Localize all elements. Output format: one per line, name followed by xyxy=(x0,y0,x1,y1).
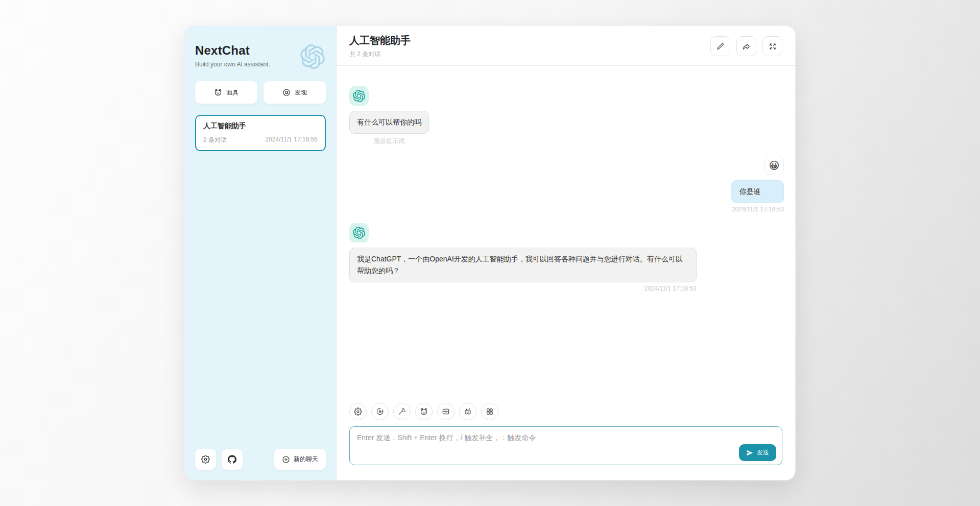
sidebar: NextChat Build your own AI assistant. 面具… xyxy=(185,26,337,480)
message-bubble[interactable]: 你是谁 xyxy=(731,180,784,203)
message-list[interactable]: 有什么可以帮你的吗 预设提示词 😀 你是谁 2024/11/1 17:18:53… xyxy=(337,66,795,396)
assistant-avatar xyxy=(349,86,369,106)
preset-prompt-hint: 预设提示词 xyxy=(349,137,429,146)
assistant-message: 有什么可以帮你的吗 预设提示词 xyxy=(349,86,784,146)
chat-header: 人工智能助手 共 2 条对话 xyxy=(337,26,795,66)
share-button[interactable] xyxy=(736,36,756,56)
assistant-message: 我是ChatGPT，一个由OpenAI开发的人工智能助手，我可以回答各种问题并与… xyxy=(349,223,784,292)
discover-icon xyxy=(282,88,291,97)
settings-gear-icon xyxy=(354,407,362,416)
rename-button[interactable] xyxy=(710,36,730,56)
clear-context-icon xyxy=(442,407,450,416)
plugin-grid-icon xyxy=(486,407,494,416)
sidebar-header: NextChat Build your own AI assistant. xyxy=(195,43,326,68)
github-icon xyxy=(228,455,236,464)
chat-subtitle: 共 2 条对话 xyxy=(349,50,411,59)
chat-input-panel: 发送 xyxy=(337,396,795,480)
assistant-avatar xyxy=(349,223,369,243)
discover-button-label: 发现 xyxy=(295,88,307,97)
clear-context-button[interactable] xyxy=(437,403,455,420)
message-timestamp: 2024/11/1 17:18:53 xyxy=(644,285,697,292)
message-bubble[interactable]: 有什么可以帮你的吗 xyxy=(349,111,429,134)
sidebar-actions: 面具 发现 xyxy=(195,81,326,104)
chat-settings-button[interactable] xyxy=(349,403,367,420)
input-area: 发送 xyxy=(349,426,782,467)
share-arrow-icon xyxy=(743,42,751,51)
settings-button[interactable] xyxy=(195,449,216,470)
masks-button-label: 面具 xyxy=(226,88,238,97)
settings-gear-icon xyxy=(201,455,210,464)
user-message: 😀 你是谁 2024/11/1 17:18:53 xyxy=(349,156,784,213)
fullscreen-icon xyxy=(769,42,777,51)
message-input[interactable] xyxy=(349,426,782,465)
mask-icon xyxy=(214,88,222,97)
new-chat-button[interactable]: 新的聊天 xyxy=(274,449,326,470)
mask-icon xyxy=(420,407,428,416)
nextchat-window: NextChat Build your own AI assistant. 面具… xyxy=(184,26,796,480)
prompts-button[interactable] xyxy=(393,403,411,420)
openai-logo-icon xyxy=(353,227,365,239)
chat-title: 人工智能助手 xyxy=(349,34,411,47)
message-timestamp: 2024/11/1 17:18:53 xyxy=(731,206,784,213)
new-chat-label: 新的聊天 xyxy=(294,455,318,464)
mask-toolbar-button[interactable] xyxy=(415,403,433,420)
user-avatar: 😀 xyxy=(764,156,784,175)
pencil-icon xyxy=(716,42,725,51)
shortcuts-button[interactable] xyxy=(481,403,498,420)
send-button-label: 发送 xyxy=(757,448,769,457)
prompt-wand-icon xyxy=(398,407,406,416)
chat-header-actions xyxy=(710,36,782,56)
send-button[interactable]: 发送 xyxy=(739,444,776,461)
masks-button[interactable]: 面具 xyxy=(195,81,257,104)
auto-theme-icon xyxy=(376,407,384,416)
model-select-button[interactable] xyxy=(459,403,476,420)
chat-item-title: 人工智能助手 xyxy=(203,122,318,131)
sidebar-footer: 新的聊天 xyxy=(195,449,326,470)
github-button[interactable] xyxy=(222,449,243,470)
send-plane-icon xyxy=(746,449,753,456)
message-bubble[interactable]: 我是ChatGPT，一个由OpenAI开发的人工智能助手，我可以回答各种问题并与… xyxy=(349,248,697,282)
robot-model-icon xyxy=(464,407,472,416)
chat-list: 人工智能助手 2 条对话 2024/11/1 17:18:55 xyxy=(195,115,326,151)
chat-item-time: 2024/11/1 17:18:55 xyxy=(265,136,318,144)
chat-toolbar xyxy=(349,403,782,420)
chat-list-item[interactable]: 人工智能助手 2 条对话 2024/11/1 17:18:55 xyxy=(195,115,326,151)
chat-panel: 人工智能助手 共 2 条对话 xyxy=(337,26,795,480)
openai-logo-icon xyxy=(300,44,325,69)
plus-circle-icon xyxy=(282,455,290,464)
theme-toggle-button[interactable] xyxy=(371,403,389,420)
discover-button[interactable]: 发现 xyxy=(264,81,326,104)
chat-item-count: 2 条对话 xyxy=(203,136,227,144)
openai-logo-icon xyxy=(353,90,365,102)
fullscreen-button[interactable] xyxy=(762,36,782,56)
